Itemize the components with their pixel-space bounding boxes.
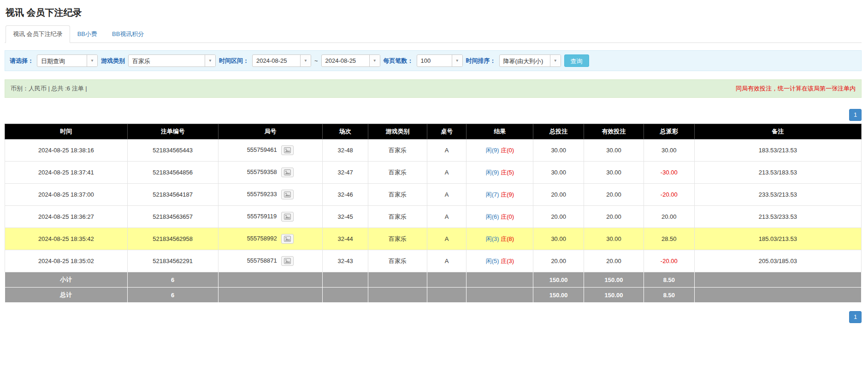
cell-table-no: A [427,162,466,184]
cell-game-type: 百家乐 [368,206,427,228]
date-to-select[interactable]: 2024-08-25 ▼ [321,54,380,67]
cell-round-id: 555758871 [218,250,323,272]
date-from-select[interactable]: 2024-08-25 ▼ [252,54,311,67]
cell-game-type: 百家乐 [368,250,427,272]
cell-valid-bet: 20.00 [584,184,644,206]
cell-game-type: 百家乐 [368,228,427,250]
video-replay-icon [284,258,291,264]
result-player: 闲(3) [486,235,499,242]
col-header-bet-id: 注单编号 [127,124,218,139]
cell-remark: 213.53/233.53 [694,206,861,228]
round-id-text: 555759461 [247,146,277,153]
result-banker: 庄(3) [501,258,514,264]
cell-valid-bet: 20.00 [584,250,644,272]
round-replay-button[interactable] [281,190,294,199]
cell-bet-id: 521834564856 [127,162,218,184]
subtotal-payout: 8.50 [644,272,695,288]
col-header-total-bet: 总投注 [533,124,584,139]
result-banker: 庄(9) [501,191,514,198]
cell-payout: -30.00 [644,162,695,184]
col-header-round-id: 局号 [218,124,323,139]
subtotal-row: 小计 6 150.00 150.00 8.50 [5,272,862,288]
col-header-time: 时间 [5,124,128,139]
round-replay-button[interactable] [281,212,294,222]
game-type-select[interactable]: 百家乐 ▼ [128,54,216,67]
page-number-button[interactable]: 1 [849,311,862,323]
cell-payout: -20.00 [644,184,695,206]
cell-total-bet[interactable]: 30.00 [533,139,584,162]
col-header-game-type: 游戏类别 [368,124,427,139]
cell-remark: 185.03/213.53 [694,228,861,250]
tab-betting-records[interactable]: 视讯 会员下注纪录 [6,25,70,43]
cell-remark: 213.53/183.53 [694,162,861,184]
page-size-label: 每页笔数： [384,57,413,65]
tab-bb-tips[interactable]: BB小费 [70,25,105,43]
page-size-select[interactable]: 100 ▼ [417,54,463,67]
round-replay-button[interactable] [281,256,294,266]
cell-table-no: A [427,228,466,250]
round-id-text: 555759358 [247,168,277,175]
result-banker: 庄(8) [501,235,514,242]
page-number-button[interactable]: 1 [849,109,862,121]
betting-records-table: 时间 注单编号 局号 场次 游戏类别 桌号 结果 总投注 有效投注 总派彩 备注… [5,124,862,303]
col-header-table-no: 桌号 [427,124,466,139]
table-row: 2024-08-25 18:35:02 521834562291 5557588… [5,250,862,272]
cell-bet-id: 521834563657 [127,206,218,228]
video-replay-icon [284,192,291,198]
table-header: 时间 注单编号 局号 场次 游戏类别 桌号 结果 总投注 有效投注 总派彩 备注 [5,124,862,139]
round-id-text: 555758992 [247,235,277,242]
cell-session: 32-45 [323,206,368,228]
cell-total-bet[interactable]: 30.00 [533,228,584,250]
cell-game-type: 百家乐 [368,162,427,184]
tab-bb-video-points[interactable]: BB视讯积分 [105,25,151,43]
empty-cell [694,272,861,288]
result-player: 闲(9) [486,169,499,176]
game-type-value: 百家乐 [129,55,205,66]
cell-remark: 183.53/213.53 [694,139,861,162]
cell-result: 闲(5) 庄(3) [466,250,533,272]
chevron-down-icon: ▼ [205,55,215,66]
sort-order-select[interactable]: 降幂(由大到小) ▼ [499,54,561,67]
pagination-bottom: 1 [5,311,862,323]
cell-round-id: 555759461 [218,139,323,162]
cell-session: 32-44 [323,228,368,250]
cell-total-bet[interactable]: 20.00 [533,206,584,228]
cell-table-no: A [427,184,466,206]
cell-round-id: 555759358 [218,162,323,184]
search-button[interactable]: 查询 [564,54,589,67]
col-header-session: 场次 [323,124,368,139]
cell-payout: 30.00 [644,139,695,162]
cell-time: 2024-08-25 18:38:16 [5,139,128,162]
table-body: 2024-08-25 18:38:16 521834565443 5557594… [5,139,862,272]
empty-cell [466,288,533,303]
query-type-label: 请选择： [10,57,34,65]
cell-result: 闲(3) 庄(8) [466,228,533,250]
empty-cell [466,272,533,288]
game-type-label: 游戏类别 [101,57,125,65]
round-id-text: 555758871 [247,257,277,264]
round-replay-button[interactable] [281,145,294,155]
cell-table-no: A [427,139,466,162]
round-replay-button[interactable] [281,168,294,177]
result-player: 闲(6) [486,213,499,220]
result-player: 闲(7) [486,191,499,198]
result-player: 闲(9) [486,147,499,154]
empty-cell [368,288,427,303]
subtotal-label: 小计 [5,272,128,288]
round-replay-button[interactable] [281,234,294,244]
cell-round-id: 555759119 [218,206,323,228]
total-count: 6 [127,288,218,303]
sort-order-value: 降幂(由大到小) [500,55,550,66]
cell-total-bet[interactable]: 20.00 [533,250,584,272]
total-payout: 8.50 [644,288,695,303]
date-to-value: 2024-08-25 [322,55,369,66]
query-type-select[interactable]: 日期查询 ▼ [37,54,98,67]
page-title: 视讯 会员下注纪录 [6,6,862,19]
empty-cell [427,272,466,288]
cell-game-type: 百家乐 [368,139,427,162]
video-replay-icon [284,147,291,153]
subtotal-count: 6 [127,272,218,288]
cell-total-bet[interactable]: 20.00 [533,184,584,206]
subtotal-valid-bet: 150.00 [584,272,644,288]
cell-total-bet[interactable]: 30.00 [533,162,584,184]
